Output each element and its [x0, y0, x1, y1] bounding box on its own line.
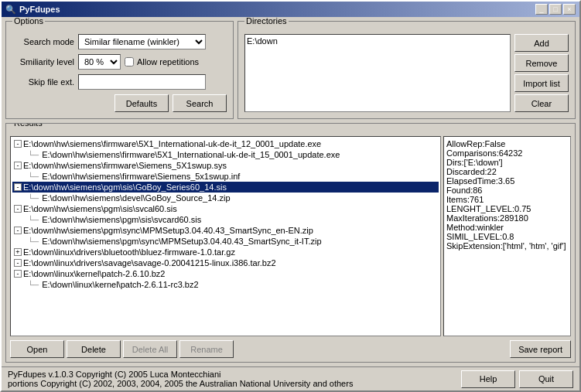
search-button[interactable]: Search [173, 94, 227, 112]
connector-icon: └─ [28, 172, 39, 181]
status-text: PyFdupes v.1.0.3 Copyright (C) 2005 Luca… [8, 370, 457, 388]
results-buttons: Open Delete Delete All Rename Save repor… [10, 340, 571, 358]
status-buttons: Help Quit [461, 370, 573, 388]
info-line: Comparisons:64232 [446, 148, 568, 158]
quit-button[interactable]: Quit [519, 370, 573, 388]
dir-controls: Add Remove Import list Clear [514, 34, 569, 112]
search-mode-label: Search mode [12, 37, 74, 46]
results-inner: - E:\down\hw\siemens\firmware\5X1_Intern… [10, 136, 571, 336]
list-item[interactable]: - E:\down\hw\siemens\firmware\5X1_Intern… [12, 138, 439, 149]
info-line: Dirs:['E:\down'] [446, 158, 568, 167]
list-item[interactable]: - E:\down\hw\siemens\pgm\sis\svcal60.sis [12, 203, 439, 214]
list-item[interactable]: └─ E:\down\hw\siemens\firmware\Siemens_5… [12, 171, 439, 182]
maximize-button[interactable]: □ [549, 4, 562, 15]
main-content: Options Search mode Similar filename (wi… [2, 17, 579, 366]
tree-item-text: E:\down\hw\siemens\firmware\Siemens_5X1s… [23, 161, 227, 170]
expand-icon[interactable]: - [14, 270, 22, 278]
import-list-button[interactable]: Import list [514, 74, 569, 92]
close-button[interactable]: × [563, 4, 576, 15]
open-button[interactable]: Open [10, 340, 64, 358]
title-bar: 🔍 PyFdupes _ □ × [2, 2, 579, 17]
window-controls[interactable]: _ □ × [535, 4, 576, 15]
connector-icon: └─ [28, 151, 39, 159]
results-tree[interactable]: - E:\down\hw\siemens\firmware\5X1_Intern… [10, 136, 441, 336]
tree-item-text: E:\down\hw\siemens\pgm\sis\GoBoy_Series6… [23, 182, 227, 192]
results-label: Results [12, 123, 44, 128]
list-item[interactable]: - E:\down\linux\kernel\patch-2.6.10.bz2 [12, 268, 439, 279]
options-label: Options [12, 17, 45, 26]
expand-icon[interactable]: - [14, 205, 22, 213]
tree-item-text: E:\down\hw\siemens\pgm\sync\MPMSetup3.04… [42, 237, 321, 246]
delete-button[interactable]: Delete [67, 340, 121, 358]
dir-entry[interactable]: E:\down [247, 36, 508, 46]
allow-repetitions-label: Allow repetitions [137, 57, 199, 66]
info-line: Found:86 [446, 186, 568, 195]
info-line: SkipExtension:['html', 'htm', 'gif'] [446, 241, 568, 251]
list-item[interactable]: - E:\down\hw\siemens\pgm\sis\GoBoy_Serie… [12, 182, 439, 193]
info-line: LENGHT_LEVEL:0.75 [446, 204, 568, 213]
list-item[interactable]: └─ E:\down\linux\kernel\patch-2.6.11-rc3… [12, 279, 439, 290]
list-item[interactable]: └─ E:\down\hw\siemens\pgm\sis\svcard60.s… [12, 214, 439, 225]
allow-repetitions-checkbox[interactable] [125, 57, 134, 66]
search-mode-select[interactable]: Similar filename (winkler) [78, 34, 206, 49]
expand-icon[interactable]: - [14, 140, 22, 148]
similarity-label: Smiliarity level [12, 57, 74, 66]
connector-icon: └─ [28, 281, 39, 289]
add-button[interactable]: Add [514, 34, 569, 52]
app-icon: 🔍 [5, 5, 16, 15]
list-item[interactable]: + E:\down\linux\drivers\bluetooth\bluez-… [12, 247, 439, 257]
info-panel: AllowRep:False Comparisons:64232 Dirs:['… [443, 136, 571, 336]
directories-group: Directories E:\down Add Remove Import li… [238, 21, 576, 119]
skip-ext-input[interactable]: html,htm,gif [78, 74, 206, 90]
expand-icon[interactable]: - [14, 183, 22, 191]
connector-icon: └─ [28, 194, 39, 203]
remove-button[interactable]: Remove [514, 54, 569, 72]
similarity-row: Smiliarity level 80 % Allow repetitions [12, 54, 227, 70]
list-item[interactable]: - E:\down\hw\siemens\pgm\sync\MPMSetup3.… [12, 225, 439, 236]
search-mode-row: Search mode Similar filename (winkler) [12, 34, 227, 49]
tree-item-text: E:\down\linux\drivers\savage\savage-0.20… [23, 258, 276, 268]
expand-icon[interactable]: - [14, 259, 22, 267]
info-line: Method:winkler [446, 223, 568, 232]
status-line1: PyFdupes v.1.0.3 Copyright (C) 2005 Luca… [8, 370, 457, 379]
expand-icon[interactable]: - [14, 227, 22, 234]
info-line: ElapsedTime:3.65 [446, 176, 568, 186]
list-item[interactable]: - E:\down\hw\siemens\firmware\Siemens_5X… [12, 160, 439, 171]
tree-item-text: E:\down\linux\kernel\patch-2.6.11-rc3.bz… [42, 280, 198, 289]
delete-all-button[interactable]: Delete All [123, 340, 177, 358]
list-item[interactable]: └─ E:\down\hw\siemens\firmware\5X1_Inter… [12, 149, 439, 160]
info-line: MaxIterations:289180 [446, 213, 568, 223]
info-line: SIMIL_LEVEL:0.8 [446, 232, 568, 241]
expand-icon[interactable]: + [14, 248, 22, 256]
rename-button[interactable]: Rename [179, 340, 234, 358]
tree-item-text: E:\down\hw\siemens\firmware\Siemens_5x1s… [42, 172, 240, 181]
expand-icon[interactable]: - [14, 162, 22, 169]
info-line: Discarded:22 [446, 167, 568, 176]
connector-icon: └─ [28, 216, 39, 224]
results-section: Results - E:\down\hw\siemens\firmware\5X… [5, 123, 576, 363]
allow-repetitions-row: Allow repetitions [125, 57, 199, 66]
minimize-button[interactable]: _ [535, 4, 548, 15]
tree-item-text: E:\down\hw\siemens\pgm\sis\svcard60.sis [42, 215, 201, 224]
clear-button[interactable]: Clear [514, 94, 569, 112]
connector-icon: └─ [28, 237, 39, 246]
list-item[interactable]: └─ E:\down\hw\siemens\devel\GoBoy_Source… [12, 193, 439, 203]
save-report-button[interactable]: Save report [510, 340, 571, 358]
directories-list: E:\down [244, 34, 511, 112]
top-section: Options Search mode Similar filename (wi… [5, 21, 576, 119]
info-line: Items:761 [446, 195, 568, 204]
tree-item-text: E:\down\linux\kernel\patch-2.6.10.bz2 [23, 269, 165, 278]
options-group: Options Search mode Similar filename (wi… [5, 21, 234, 119]
directories-label: Directories [244, 17, 289, 26]
tree-item-text: E:\down\linux\drivers\bluetooth\bluez-fi… [23, 247, 235, 257]
skip-ext-row: Skip file ext. html,htm,gif [12, 74, 227, 90]
main-window: 🔍 PyFdupes _ □ × Options Search mode Sim… [0, 0, 581, 392]
window-title: 🔍 PyFdupes [5, 5, 60, 15]
list-item[interactable]: - E:\down\linux\drivers\savage\savage-0.… [12, 257, 439, 268]
tree-item-text: E:\down\hw\siemens\pgm\sync\MPMSetup3.04… [23, 226, 313, 235]
help-button[interactable]: Help [461, 370, 515, 388]
list-item[interactable]: └─ E:\down\hw\siemens\pgm\sync\MPMSetup3… [12, 236, 439, 247]
similarity-select[interactable]: 80 % [78, 54, 121, 70]
status-line2: portions Copyright (C) 2002, 2003, 2004,… [8, 379, 457, 388]
defaults-button[interactable]: Defaults [114, 94, 169, 112]
